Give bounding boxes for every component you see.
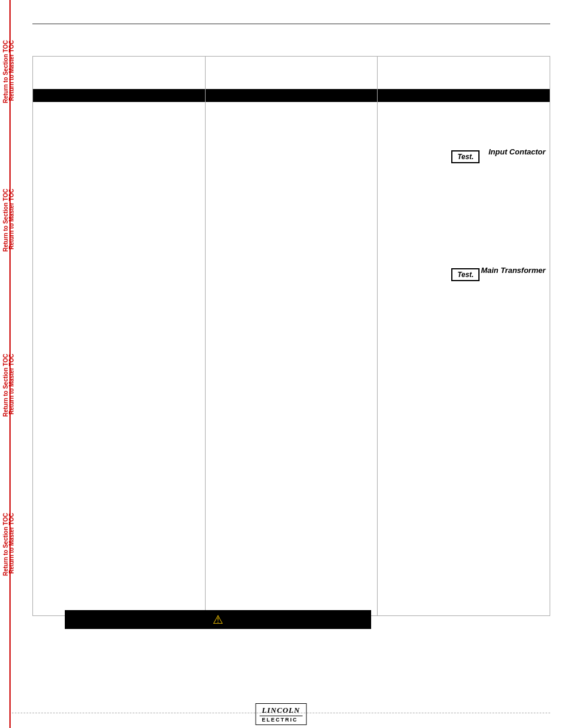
sidebar-return-master-1[interactable]: Return to Master TOC [8,40,15,101]
sidebar-return-master-3[interactable]: Return to Master TOC [8,354,15,414]
label-input-contactor: Input Contactor [488,147,546,156]
main-content-area: Test. Input Contactor Test. Main Transfo… [32,56,550,657]
top-divider-line [32,24,550,24]
main-table [32,56,550,616]
test-button-input-contactor[interactable]: Test. [451,150,480,163]
column-divider-2 [377,57,378,615]
sidebar-return-master-2[interactable]: Return to Master TOC [8,189,15,249]
warning-icon: ⚠ [213,612,223,627]
table-header-row [33,89,550,102]
sidebar-return-master-4[interactable]: Return to Master TOC [8,513,15,574]
logo-wrapper: LINCOLN ELECTRIC [256,703,307,725]
lincoln-electric-logo: LINCOLN ELECTRIC [256,703,307,725]
logo-lincoln-text: LINCOLN [260,705,303,716]
warning-bar: ⚠ [65,610,371,629]
test-button-main-transformer[interactable]: Test. [451,268,480,281]
column-divider-1 [205,57,206,615]
table-top-row [33,57,550,89]
logo-electric-text: ELECTRIC [260,716,303,723]
label-main-transformer: Main Transformer [481,266,546,275]
